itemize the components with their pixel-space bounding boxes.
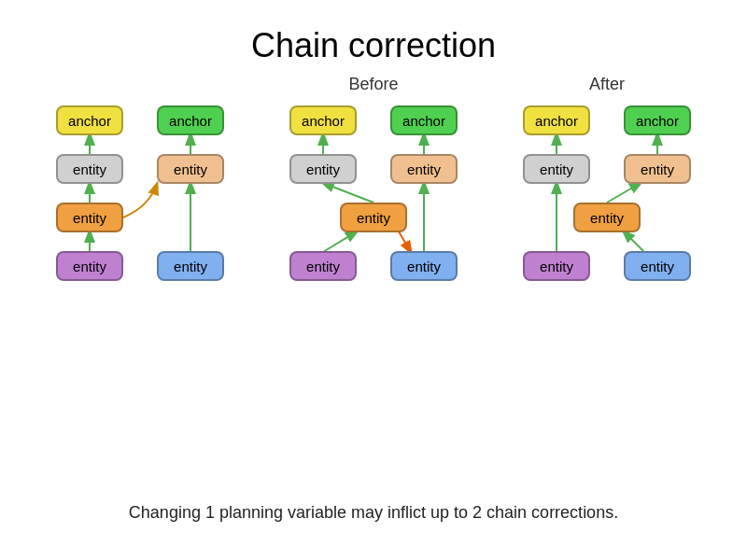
svg-line-13 — [607, 183, 641, 203]
entity-gray-before: entity — [289, 154, 357, 184]
bottom-text: Changing 1 planning variable may inflict… — [0, 503, 747, 523]
svg-line-14 — [624, 231, 644, 252]
after-label: After — [490, 75, 724, 94]
svg-line-5 — [323, 231, 357, 252]
diagram-before: Before — [257, 75, 490, 329]
entity-orange-after: entity — [573, 203, 641, 232]
entity-peach-before: entity — [390, 154, 458, 184]
left-label — [23, 75, 257, 94]
anchor-green-before: anchor — [390, 105, 458, 135]
entity-purple-before: entity — [289, 251, 357, 281]
anchor-green-after: anchor — [624, 105, 691, 135]
diagram-before-inner: anchor anchor entity entity entity entit… — [280, 105, 467, 329]
diagram-left: anchor anchor entity entity entity entit… — [23, 75, 257, 329]
entity-blue-after: entity — [624, 251, 691, 281]
entity-orange-before: entity — [340, 203, 407, 232]
entity-gray-after: entity — [523, 154, 590, 184]
page-title: Chain correction — [0, 0, 747, 65]
entity-orange-left: entity — [56, 203, 123, 232]
entity-peach-left: entity — [157, 154, 224, 184]
diagrams-area: anchor anchor entity entity entity entit… — [0, 75, 747, 329]
svg-line-6 — [323, 183, 374, 203]
entity-purple-after: entity — [523, 251, 590, 281]
entity-gray-left: entity — [56, 154, 123, 184]
entity-purple-left: entity — [56, 251, 123, 281]
entity-blue-left: entity — [157, 251, 224, 281]
diagram-after: After — [490, 75, 724, 329]
anchor-yellow-before: anchor — [289, 105, 357, 135]
anchor-green-left: anchor — [157, 105, 224, 135]
entity-peach-after: entity — [624, 154, 691, 184]
anchor-yellow-left: anchor — [56, 105, 123, 135]
diagram-left-inner: anchor anchor entity entity entity entit… — [47, 105, 233, 329]
diagram-after-inner: anchor anchor entity entity entity entit… — [514, 105, 700, 329]
entity-blue-before: entity — [390, 251, 458, 281]
before-label: Before — [257, 75, 490, 94]
anchor-yellow-after: anchor — [523, 105, 590, 135]
